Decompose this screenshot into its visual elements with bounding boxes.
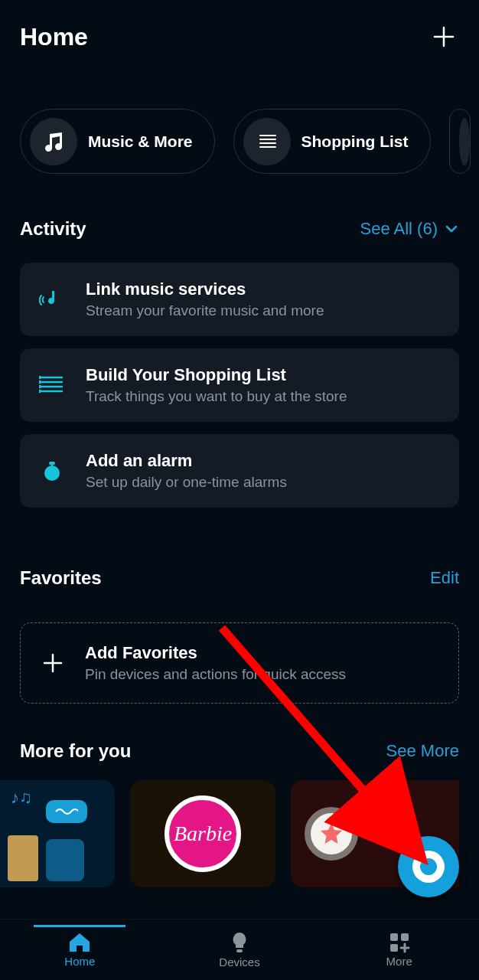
list-lines-icon	[37, 374, 67, 397]
tab-label: Home	[64, 955, 95, 968]
tab-devices[interactable]: Devices	[194, 931, 285, 969]
favorites-section: Favorites Edit Add Favorites Pin devices…	[0, 567, 479, 704]
chip-shopping-list[interactable]: Shopping List	[233, 109, 431, 174]
alarm-clock-icon	[37, 459, 67, 483]
grid-plus-icon	[389, 932, 410, 953]
plus-icon	[432, 25, 455, 48]
add-favorites-card[interactable]: Add Favorites Pin devices and actions fo…	[20, 622, 459, 704]
add-favorites-text: Add Favorites Pin devices and actions fo…	[85, 643, 346, 683]
card-subtitle: Stream your favorite music and more	[86, 302, 324, 319]
chip-label: Music & More	[88, 132, 193, 151]
card-text: Add an alarm Set up daily or one-time al…	[86, 451, 287, 491]
more-for-you-see-more-link[interactable]: See More	[386, 741, 459, 761]
card-title: Link music services	[86, 279, 324, 299]
promo-card-alexa-devices[interactable]: ♪♫	[0, 780, 115, 887]
more-for-you-header: More for you See More	[20, 740, 459, 762]
activity-section: Activity See All (6) Link music services…	[0, 218, 479, 508]
music-broadcast-icon	[37, 286, 67, 312]
list-icon	[256, 130, 279, 153]
page-title: Home	[20, 23, 88, 51]
bulb-icon	[230, 931, 249, 954]
see-all-label: See All (6)	[360, 219, 438, 239]
activity-heading: Activity	[20, 218, 86, 240]
activity-card-link-music[interactable]: Link music services Stream your favorite…	[20, 263, 459, 336]
speaker-icon	[8, 835, 38, 881]
bottom-tab-bar: Home Devices More	[0, 919, 479, 980]
card-title: Build Your Shopping List	[86, 365, 347, 385]
music-note-icon	[41, 129, 66, 154]
app-header: Home	[0, 0, 479, 66]
alexa-voice-button[interactable]	[398, 836, 459, 897]
echo-device-icon	[46, 839, 84, 881]
plus-icon	[37, 652, 68, 675]
barbie-label: Barbie	[174, 822, 232, 846]
tab-more[interactable]: More	[354, 932, 445, 968]
chip-label: Shopping List	[301, 132, 409, 151]
chevron-down-icon	[444, 221, 459, 237]
activity-see-all-link[interactable]: See All (6)	[360, 219, 460, 239]
chip-icon-circle	[30, 118, 77, 165]
add-favorites-subtitle: Pin devices and actions for quick access	[85, 666, 346, 683]
card-subtitle: Set up daily or one-time alarms	[86, 474, 287, 491]
speech-bubble-icon	[46, 800, 87, 823]
activity-card-shopping-list[interactable]: Build Your Shopping List Track things yo…	[20, 348, 459, 422]
favorites-header: Favorites Edit	[20, 567, 459, 589]
promo-card-barbie[interactable]: Barbie	[130, 780, 275, 887]
more-for-you-heading: More for you	[20, 740, 131, 762]
chip-icon-circle	[243, 118, 291, 165]
music-notes-icon: ♪♫	[11, 788, 32, 808]
activity-header: Activity See All (6)	[20, 218, 459, 240]
svg-rect-19	[390, 944, 398, 952]
star-badge	[305, 807, 358, 861]
favorites-heading: Favorites	[20, 567, 102, 589]
tab-label: More	[386, 955, 412, 968]
tab-home[interactable]: Home	[34, 925, 125, 968]
tab-label: Devices	[219, 956, 259, 969]
svg-rect-16	[236, 949, 243, 952]
chip-overflow[interactable]	[449, 109, 471, 174]
svg-point-9	[39, 381, 41, 383]
svg-point-12	[44, 466, 60, 481]
favorites-edit-link[interactable]: Edit	[430, 568, 459, 588]
add-button[interactable]	[428, 21, 459, 52]
svg-point-11	[39, 390, 41, 392]
card-text: Link music services Stream your favorite…	[86, 279, 324, 319]
svg-rect-18	[401, 933, 409, 941]
activity-card-list: Link music services Stream your favorite…	[20, 263, 459, 508]
svg-rect-14	[51, 464, 53, 467]
add-favorites-title: Add Favorites	[85, 643, 346, 663]
chip-music-and-more[interactable]: Music & More	[20, 109, 215, 174]
card-text: Build Your Shopping List Track things yo…	[86, 365, 347, 405]
card-title: Add an alarm	[86, 451, 287, 471]
home-icon	[68, 932, 91, 953]
card-subtitle: Track things you want to buy at the stor…	[86, 388, 347, 405]
chip-icon-circle	[459, 118, 470, 165]
barbie-logo: Barbie	[165, 795, 241, 872]
svg-point-10	[39, 386, 41, 387]
star-icon	[318, 821, 344, 847]
svg-rect-17	[390, 933, 398, 941]
svg-point-8	[39, 377, 41, 378]
activity-card-add-alarm[interactable]: Add an alarm Set up daily or one-time al…	[20, 434, 459, 508]
shortcut-chips-row[interactable]: Music & More Shopping List	[0, 66, 479, 174]
